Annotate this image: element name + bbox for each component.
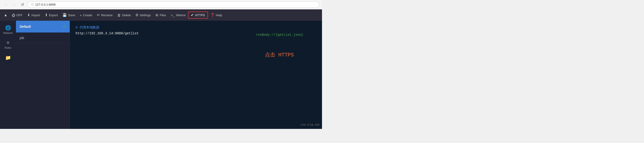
import-button[interactable]: ⬇ Import [25, 12, 42, 19]
files-icon: ⊕ [155, 13, 158, 17]
export-label: Export [49, 14, 58, 17]
help-button[interactable]: ❓ Help [208, 12, 224, 19]
https-icon: ✔ [191, 13, 194, 17]
editor-area: # 代理本地数据 http://192.168.3.14:9000/getlis… [70, 21, 322, 129]
save-button[interactable]: 💾 Save [60, 12, 78, 19]
url-bar[interactable]: ⓘ 127.0.0.1:8899 [28, 2, 319, 8]
off-icon: ⏻ [12, 13, 15, 17]
weinre-icon: >_ [171, 13, 175, 17]
profile-list: Default ✓ job [16, 21, 70, 129]
settings-button[interactable]: ⚙ Settings [133, 12, 153, 19]
browser-chrome: ← → ↺ ⓘ 127.0.0.1:8899 [0, 0, 322, 10]
profile-item-default[interactable]: Default ✓ [16, 21, 70, 33]
files-sidebar-icon: 📁 [5, 55, 11, 60]
url-text: 127.0.0.1:8899 [35, 3, 56, 6]
profile-name-job: job [20, 36, 24, 40]
off-button[interactable]: ⏻ OFF [10, 12, 25, 19]
https-label: HTTPS [195, 14, 205, 17]
import-label: Import [32, 14, 40, 17]
check-icon: ✓ [62, 24, 66, 29]
create-label: Create [83, 14, 92, 17]
files-label: Files [160, 14, 166, 17]
rename-button[interactable]: ✏ Rename [94, 12, 115, 19]
profile-name-default: Default [20, 25, 31, 29]
rename-label: Rename [101, 14, 113, 17]
main-layout: 🌐 Network ≡ Rules 📁 Default ✓ job # 代理本地… [0, 21, 322, 129]
delete-button[interactable]: 🗑 Delete [115, 12, 133, 19]
delete-label: Delete [122, 14, 131, 17]
reload-button[interactable]: ↺ [20, 2, 25, 7]
help-icon: ❓ [210, 13, 215, 17]
files-button[interactable]: ⊕ Files [153, 12, 168, 19]
import-icon: ⬇ [27, 13, 30, 17]
editor-comment: # 代理本地数据 [76, 25, 316, 30]
https-button[interactable]: ✔ HTTPS [188, 12, 208, 19]
help-label: Help [216, 14, 222, 17]
network-label: Network [3, 32, 13, 34]
sidebar-item-rules[interactable]: ≡ Rules [0, 38, 16, 52]
create-icon: + [80, 13, 82, 17]
off-label: OFF [16, 14, 22, 17]
back-button[interactable]: ← [3, 2, 9, 7]
sidebar: 🌐 Network ≡ Rules 📁 [0, 21, 16, 129]
sidebar-item-network[interactable]: 🌐 Network [0, 23, 16, 37]
editor-resbody: resBody://{getList.json} [256, 33, 303, 37]
export-button[interactable]: ⬆ Export [42, 12, 60, 19]
forward-button[interactable]: → [11, 2, 17, 7]
rename-icon: ✏ [97, 13, 100, 17]
chevron-button[interactable]: ▲ [2, 12, 10, 19]
info-icon: ⓘ [31, 3, 34, 7]
watermark: CSDN @飞扬_柳絮 [300, 123, 320, 126]
toolbar: ▲ ⏻ OFF ⬇ Import ⬆ Export 💾 Save + Creat… [0, 10, 322, 21]
settings-label: Settings [140, 14, 151, 17]
delete-icon: 🗑 [117, 13, 121, 17]
save-label: Save [68, 14, 75, 17]
weinre-button[interactable]: >_ Weinre [168, 12, 188, 19]
settings-icon: ⚙ [136, 13, 138, 17]
rules-label: Rules [5, 46, 11, 49]
weinre-label: Weinre [176, 14, 186, 17]
address-bar: ← → ↺ ⓘ 127.0.0.1:8899 [0, 0, 322, 9]
rules-icon: ≡ [6, 40, 10, 45]
profile-item-job[interactable]: job [16, 33, 70, 43]
network-icon: 🌐 [5, 25, 11, 31]
sidebar-item-files[interactable]: 📁 [0, 52, 16, 63]
export-icon: ⬆ [45, 13, 48, 17]
editor-hint: 点击 HTTPS [265, 51, 294, 58]
create-button[interactable]: + Create [78, 12, 94, 19]
save-icon: 💾 [62, 13, 67, 17]
